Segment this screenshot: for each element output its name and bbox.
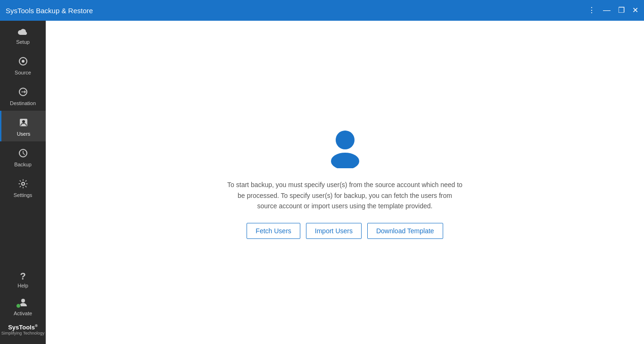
source-icon [18, 56, 28, 68]
help-icon: ? [20, 271, 25, 281]
user-placeholder-icon [324, 126, 366, 168]
sidebar-label-activate: Activate [14, 311, 32, 316]
green-dot-indicator [16, 303, 21, 308]
sidebar-item-help[interactable]: ? Help [0, 267, 46, 292]
sidebar-item-backup[interactable]: Backup [0, 141, 46, 172]
sidebar-item-settings[interactable]: Settings [0, 172, 46, 203]
content-inner: To start backup, you must specify user(s… [227, 126, 463, 238]
brand-section: SysTools® Simplifying Technology [0, 320, 46, 340]
user-icon-area [324, 126, 366, 168]
close-icon[interactable]: ✕ [632, 7, 638, 14]
cloud-icon [18, 27, 28, 37]
backup-icon [18, 148, 28, 160]
sidebar-bottom: ? Help Activate Sys [0, 267, 46, 344]
sidebar-label-help: Help [17, 283, 28, 288]
sidebar-item-users[interactable]: Users [0, 111, 46, 141]
action-buttons: Fetch Users Import Users Download Templa… [247, 223, 443, 239]
titlebar: SysTools Backup & Restore ⋮ — ❐ ✕ [0, 0, 644, 21]
sidebar-item-source[interactable]: Source [0, 49, 46, 80]
svg-point-7 [21, 299, 25, 303]
svg-point-8 [336, 131, 355, 149]
sidebar-label-setup: Setup [16, 39, 30, 45]
gear-icon [18, 179, 28, 190]
window-controls: ⋮ — ❐ ✕ [588, 7, 638, 14]
main-content: To start backup, you must specify user(s… [46, 21, 644, 344]
sidebar: Setup Source Destination [0, 21, 46, 344]
svg-point-1 [22, 60, 25, 63]
fetch-users-button[interactable]: Fetch Users [247, 223, 300, 239]
sidebar-item-destination[interactable]: Destination [0, 80, 46, 111]
menu-icon[interactable]: ⋮ [588, 7, 595, 14]
sidebar-label-users: Users [17, 131, 31, 137]
minimize-icon[interactable]: — [603, 7, 611, 14]
maximize-icon[interactable]: ❐ [618, 7, 625, 14]
brand-tagline: Simplifying Technology [1, 331, 44, 336]
svg-point-4 [22, 120, 25, 123]
svg-point-9 [331, 153, 359, 168]
sidebar-label-source: Source [15, 70, 31, 75]
sidebar-label-destination: Destination [10, 100, 36, 106]
sidebar-item-setup[interactable]: Setup [0, 21, 46, 49]
destination-icon [18, 87, 28, 98]
app-title: SysTools Backup & Restore [6, 7, 93, 15]
main-layout: Setup Source Destination [0, 21, 644, 344]
sidebar-label-settings: Settings [14, 192, 33, 198]
download-template-button[interactable]: Download Template [367, 223, 443, 239]
users-icon [18, 117, 29, 129]
activate-icon [18, 297, 28, 309]
svg-point-6 [22, 182, 25, 185]
import-users-button[interactable]: Import Users [306, 223, 362, 239]
sidebar-label-backup: Backup [14, 162, 32, 167]
description-text: To start backup, you must specify user(s… [227, 180, 463, 211]
sidebar-item-activate[interactable]: Activate [0, 292, 46, 320]
brand-logo: SysTools® [8, 324, 38, 331]
